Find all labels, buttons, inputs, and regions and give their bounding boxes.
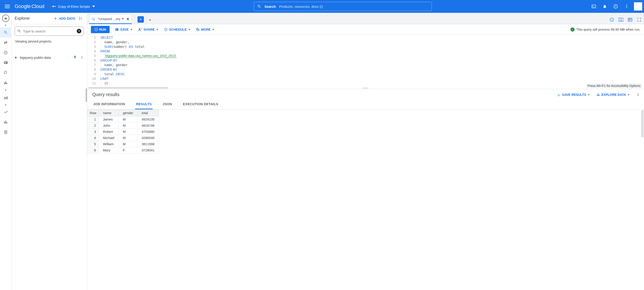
tab-execution-details[interactable]: EXECUTION DETAILS bbox=[182, 100, 219, 109]
save-icon bbox=[115, 28, 119, 31]
svg-rect-39 bbox=[597, 94, 598, 96]
resize-handle[interactable] bbox=[362, 88, 369, 88]
col-gender[interactable]: gender bbox=[118, 110, 137, 116]
rail-logs[interactable] bbox=[0, 127, 12, 137]
cell-row: 4 bbox=[88, 135, 99, 141]
explorer-scrollbar[interactable] bbox=[86, 88, 87, 102]
tree-item-label: bigquery-public-data bbox=[20, 56, 51, 59]
tab-json[interactable]: JSON bbox=[162, 100, 173, 109]
table-row[interactable]: 5 William M 3811998 bbox=[88, 141, 159, 147]
more-vert-icon[interactable] bbox=[622, 1, 632, 12]
save-button[interactable]: SAVE ▼ bbox=[115, 28, 132, 31]
cell-name: Michael bbox=[99, 135, 119, 141]
nav-menu-button[interactable] bbox=[2, 1, 13, 12]
table-icon[interactable] bbox=[628, 17, 632, 22]
rail-reservations[interactable] bbox=[0, 58, 12, 68]
keyboard-icon[interactable] bbox=[618, 17, 624, 22]
chevron-down-icon: ▼ bbox=[188, 28, 190, 31]
global-search[interactable]: Search bbox=[254, 2, 432, 11]
rail-scheduled-queries[interactable] bbox=[0, 48, 12, 58]
svg-rect-34 bbox=[620, 20, 622, 21]
explorer-note: Viewing pinned projects. bbox=[15, 39, 83, 43]
query-info-icon[interactable] bbox=[609, 17, 614, 22]
col-row[interactable]: Row bbox=[88, 110, 99, 116]
bigquery-product-icon[interactable] bbox=[2, 15, 9, 22]
search-input[interactable] bbox=[279, 5, 428, 9]
rail-monitoring[interactable] bbox=[0, 107, 12, 117]
new-tab-button[interactable]: + bbox=[138, 16, 144, 23]
results-v-scrollbar[interactable] bbox=[641, 110, 644, 137]
save-results-button[interactable]: SAVE RESULTS ▼ bbox=[557, 93, 590, 96]
results-table: Row name gender total 1 James M 4924235 … bbox=[87, 109, 159, 154]
search-help-icon[interactable]: ? bbox=[77, 29, 81, 33]
tab-job-information[interactable]: JOB INFORMATION bbox=[92, 100, 126, 109]
notifications-icon[interactable] bbox=[600, 1, 610, 12]
code-area[interactable]: SELECT name, gender, SUM(number) AS tota… bbox=[98, 35, 644, 89]
search-label: Search bbox=[264, 5, 276, 9]
svg-point-37 bbox=[139, 28, 140, 30]
expand-caret-icon[interactable]: ▶ bbox=[15, 56, 17, 59]
collapse-panel-button[interactable] bbox=[78, 15, 84, 22]
tab-separator bbox=[134, 17, 134, 22]
explorer-search-input[interactable] bbox=[23, 29, 75, 33]
svg-rect-10 bbox=[6, 17, 6, 19]
cell-total: 3811998 bbox=[138, 141, 159, 147]
tab-separator bbox=[146, 17, 147, 22]
col-name[interactable]: name bbox=[99, 110, 119, 116]
table-row[interactable]: 1 James M 4924235 bbox=[88, 116, 159, 123]
google-cloud-logo[interactable]: Google Cloud bbox=[14, 4, 44, 9]
table-row[interactable]: 6 Mary F 3728041 bbox=[88, 147, 159, 154]
tree-item[interactable]: ▶ bigquery-public-data bbox=[14, 53, 84, 62]
fullscreen-icon[interactable] bbox=[637, 17, 642, 22]
explorer-search[interactable]: ? bbox=[14, 27, 84, 36]
schedule-button[interactable]: SCHEDULE ▼ bbox=[164, 28, 190, 31]
close-tab-button[interactable]: ✕ bbox=[126, 17, 129, 21]
main-area: *Unsaved …ery ✕ + ▼ RUN SAVE bbox=[87, 13, 644, 290]
svg-rect-35 bbox=[628, 18, 632, 21]
share-label: SHARE bbox=[144, 28, 154, 31]
rail-data-transfers[interactable] bbox=[0, 38, 12, 48]
cell-row: 2 bbox=[88, 123, 99, 129]
cloud-shell-icon[interactable] bbox=[589, 1, 599, 12]
rail-analytics-hub[interactable] bbox=[0, 78, 12, 88]
cell-total: 4703680 bbox=[138, 129, 159, 135]
gear-icon bbox=[196, 28, 200, 31]
pin-icon[interactable] bbox=[73, 56, 77, 59]
chevron-down-icon[interactable] bbox=[122, 18, 124, 20]
cell-row: 6 bbox=[88, 147, 99, 154]
table-row[interactable]: 2 John M 4818746 bbox=[88, 123, 159, 129]
cell-name: John bbox=[99, 123, 119, 129]
cell-name: Robert bbox=[99, 129, 119, 135]
svg-rect-29 bbox=[618, 18, 624, 22]
cell-row: 1 bbox=[88, 116, 99, 123]
project-picker[interactable]: Copy of Elmo Scripts bbox=[49, 2, 97, 11]
plus-icon bbox=[54, 17, 58, 21]
sql-editor[interactable]: 123456789101112 SELECT name, gender, SUM… bbox=[87, 35, 644, 89]
expand-results-icon[interactable] bbox=[636, 93, 640, 96]
editor-h-scrollbar[interactable] bbox=[88, 87, 168, 89]
editor-tab[interactable]: *Unsaved …ery ✕ bbox=[89, 15, 132, 24]
run-button[interactable]: RUN bbox=[91, 26, 110, 33]
more-vert-icon[interactable] bbox=[80, 56, 84, 59]
col-total[interactable]: total bbox=[138, 110, 159, 116]
rail-admin[interactable] bbox=[0, 92, 12, 102]
add-data-button[interactable]: ADD DATA bbox=[54, 17, 75, 21]
rail-separator: • bbox=[0, 88, 12, 92]
rail-bi-engine[interactable] bbox=[0, 68, 12, 78]
tab-results[interactable]: RESULTS bbox=[135, 100, 153, 109]
table-row[interactable]: 3 Robert M 4703680 bbox=[88, 129, 159, 135]
share-button[interactable]: SHARE ▼ bbox=[138, 28, 158, 31]
rail-capacity[interactable] bbox=[0, 117, 12, 127]
more-button[interactable]: MORE ▼ bbox=[196, 28, 214, 31]
explore-data-button[interactable]: EXPLORE DATA ▼ bbox=[596, 93, 630, 96]
cell-total: 4924235 bbox=[138, 116, 159, 123]
table-row[interactable]: 4 Michael M 4280040 bbox=[88, 135, 159, 141]
rail-sql-workspace[interactable] bbox=[0, 28, 12, 38]
cell-row: 3 bbox=[88, 129, 99, 135]
new-tab-menu[interactable]: ▼ bbox=[149, 19, 152, 22]
chart-icon bbox=[596, 93, 600, 96]
svg-rect-41 bbox=[599, 95, 600, 96]
help-icon[interactable]: ? bbox=[611, 1, 621, 12]
cell-gender: F bbox=[118, 147, 137, 154]
account-avatar[interactable] bbox=[634, 2, 642, 11]
